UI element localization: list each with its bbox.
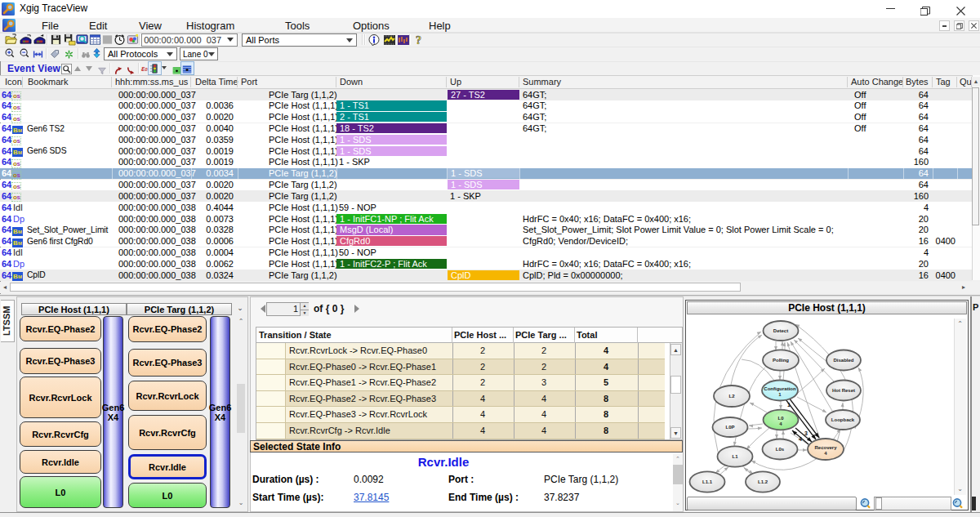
svg-text:L0P: L0P bbox=[725, 425, 734, 430]
svg-text:L2: L2 bbox=[728, 394, 735, 399]
svg-text:L1: L1 bbox=[732, 454, 738, 459]
svg-text:L1.1: L1.1 bbox=[702, 479, 713, 484]
svg-text:Recovery: Recovery bbox=[814, 445, 837, 450]
svg-text:Polling: Polling bbox=[773, 358, 789, 363]
svg-text:1: 1 bbox=[787, 402, 791, 408]
svg-text:?: ? bbox=[416, 34, 421, 47]
svg-text:L0: L0 bbox=[777, 416, 784, 421]
svg-text:Disabled: Disabled bbox=[833, 358, 853, 363]
svg-text:4: 4 bbox=[799, 436, 802, 442]
svg-text:L0s: L0s bbox=[776, 447, 785, 452]
svg-text:L1.2: L1.2 bbox=[758, 479, 768, 484]
svg-text:Configuration: Configuration bbox=[764, 386, 796, 391]
svg-text:Loopback: Loopback bbox=[831, 417, 855, 422]
svg-text:Hot Reset: Hot Reset bbox=[832, 388, 855, 393]
svg-text:Detect: Detect bbox=[773, 328, 788, 333]
svg-text:3: 3 bbox=[804, 430, 808, 436]
